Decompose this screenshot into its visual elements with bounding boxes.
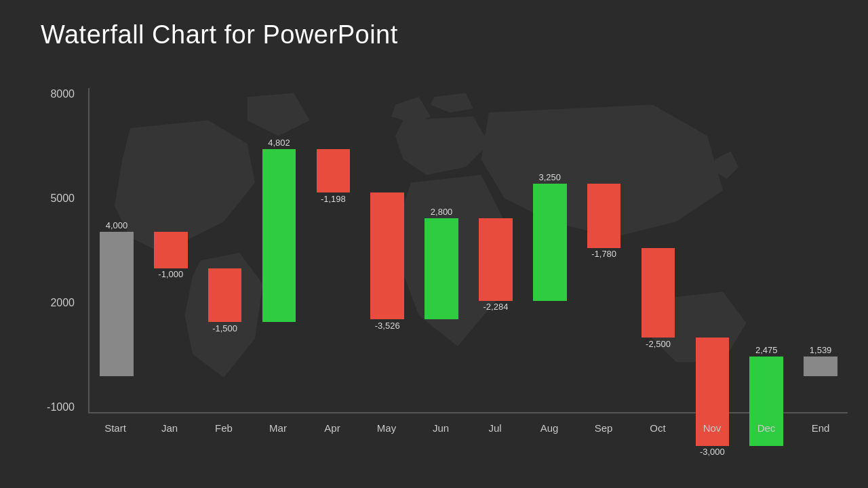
bars-container: 4,000-1,000-1,5004,802-1,198-3,5262,800-… (90, 88, 848, 412)
bar-value-label: -3,526 (375, 321, 400, 331)
bar-group-jan: -1,000 (144, 88, 198, 412)
x-label-apr: Apr (305, 422, 359, 434)
bar-mar (262, 149, 296, 322)
bar-wrapper: 4,000 (90, 88, 144, 412)
bar-group-apr: -1,198 (306, 88, 360, 412)
bar-group-end: 1,539 (793, 88, 848, 412)
bar-wrapper: -3,000 (685, 88, 739, 412)
bar-group-dec: 2,475 (739, 88, 793, 412)
bar-group-mar: 4,802 (252, 88, 307, 412)
bar-wrapper: -1,780 (577, 88, 631, 412)
x-label-dec: Dec (739, 422, 793, 434)
bar-may (370, 192, 404, 319)
y-axis: 8000 5000 2000 -1000 (41, 88, 81, 413)
y-label-2000: 2000 (50, 297, 75, 309)
x-label-nov: Nov (685, 422, 739, 434)
chart-area: 8000 5000 2000 -1000 4,000-1,000-1,5004,… (41, 88, 848, 454)
bar-wrapper: -1,500 (198, 88, 252, 412)
bar-value-label: -1,198 (321, 194, 346, 204)
bar-wrapper: 2,475 (739, 88, 793, 412)
bar-group-sep: -1,780 (577, 88, 631, 412)
bar-group-may: -3,526 (360, 88, 414, 412)
x-label-aug: Aug (522, 422, 576, 434)
bar-wrapper: -3,526 (360, 88, 414, 412)
bar-wrapper: -2,500 (631, 88, 686, 412)
x-label-feb: Feb (197, 422, 251, 434)
bar-sep (587, 184, 621, 248)
bar-value-label: -1,000 (158, 269, 183, 279)
x-label-start: Start (88, 422, 142, 434)
bar-feb (208, 268, 242, 323)
bar-wrapper: 2,800 (414, 88, 469, 412)
bar-value-label: -1,500 (212, 323, 237, 333)
bar-value-label: -2,284 (484, 302, 509, 312)
bar-value-label: 2,800 (431, 207, 453, 217)
bar-value-label: -2,500 (646, 339, 671, 349)
x-label-may: May (359, 422, 414, 434)
x-label-jul: Jul (468, 422, 522, 434)
bar-wrapper: 1,539 (793, 88, 848, 412)
bar-start (100, 232, 134, 375)
bar-wrapper: -1,198 (306, 88, 360, 412)
bar-group-nov: -3,000 (685, 88, 739, 412)
bar-apr (317, 149, 351, 192)
bar-group-jun: 2,800 (414, 88, 469, 412)
x-label-jun: Jun (414, 422, 468, 434)
x-axis: StartJanFebMarAprMayJunJulAugSepOctNovDe… (88, 417, 848, 454)
bar-group-jul: -2,284 (469, 88, 523, 412)
bar-value-label: 2,475 (755, 345, 778, 355)
bar-value-label: 1,539 (810, 345, 832, 355)
bar-aug (533, 184, 567, 301)
x-label-jan: Jan (142, 422, 197, 434)
y-label-neg1000: -1000 (47, 401, 75, 413)
bar-value-label: 4,000 (106, 220, 128, 230)
x-label-mar: Mar (251, 422, 305, 434)
bar-group-start: 4,000 (90, 88, 144, 412)
bar-value-label: 4,802 (268, 138, 290, 148)
y-label-8000: 8000 (50, 88, 75, 100)
bar-value-label: -1,780 (591, 249, 616, 259)
page-title: Waterfall Chart for PowerPoint (41, 20, 398, 49)
bar-jun (425, 218, 458, 319)
bar-value-label: 3,250 (539, 172, 561, 182)
bar-oct (642, 248, 675, 338)
bar-jan (154, 232, 188, 268)
bar-end (804, 357, 837, 376)
y-label-5000: 5000 (50, 192, 75, 205)
x-label-sep: Sep (576, 422, 631, 434)
bar-group-feb: -1,500 (198, 88, 252, 412)
x-label-oct: Oct (631, 422, 685, 434)
bar-wrapper: 4,802 (252, 88, 307, 412)
bar-group-aug: 3,250 (523, 88, 577, 412)
bar-wrapper: -1,000 (144, 88, 198, 412)
chart-plot: 4,000-1,000-1,5004,802-1,198-3,5262,800-… (88, 88, 848, 413)
bar-group-oct: -2,500 (631, 88, 686, 412)
bar-wrapper: 3,250 (523, 88, 577, 412)
bar-jul (479, 218, 513, 300)
bar-wrapper: -2,284 (469, 88, 523, 412)
x-label-end: End (793, 422, 848, 434)
